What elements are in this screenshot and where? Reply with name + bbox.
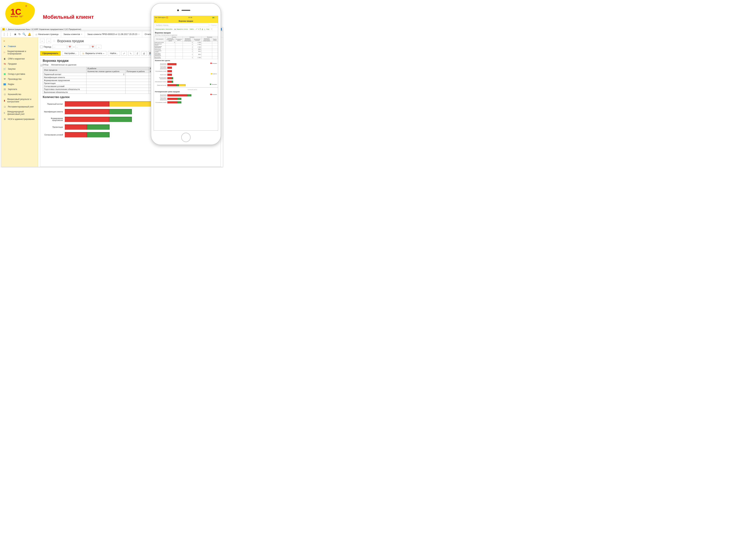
gear-icon: ✿	[3, 118, 6, 121]
phone-deals-chart: Выполнение обязательствПодготовка к выпо…	[154, 62, 218, 87]
phone-header: ‹ Воронка продаж	[154, 19, 218, 23]
phone-potential-chart: Выполнение обязательствПодготовка к выпо…	[154, 93, 218, 105]
phone-generate-button[interactable]: Сформировать	[155, 28, 165, 30]
phone-funnel-table: Этап процесса В работе Выиграно Проигран…	[154, 36, 218, 59]
sidebar: ≡ ●Главное ⚐Бюджетирование и планировани…	[1, 37, 38, 167]
table-row[interactable]: Подготовка к выполнению обязательств1884…	[154, 53, 218, 56]
generate-button[interactable]: Сформировать	[40, 51, 60, 56]
dot-icon: ●	[3, 45, 6, 48]
phone-time: 15:46	[188, 17, 192, 18]
period-to-input[interactable]	[75, 45, 89, 49]
logo-1c: 1CФИРМА "1С" ®	[5, 2, 40, 25]
collapse-toggle[interactable]: −	[155, 34, 156, 36]
variant-icon: 🗂	[174, 28, 176, 30]
phone-period-input[interactable]: Выбрать период...	[155, 24, 209, 27]
close-icon[interactable]: ×	[81, 33, 82, 35]
phone-screen: Нет SIM-карты 📶 15:46 ▮▮▯⚡ ‹ Воронка про…	[154, 16, 218, 131]
settings-button[interactable]: Настройки...	[62, 51, 79, 56]
collapse-icon[interactable]: ⤡	[198, 28, 199, 30]
close-icon[interactable]: ×	[138, 33, 139, 35]
col-count-inwork: Количество этапов сделок в работе	[86, 70, 126, 73]
sidebar-item-ifrs[interactable]: €Международный финансовый учет	[1, 109, 38, 116]
col-group-inwork: В работе	[86, 67, 149, 70]
table-row[interactable]: Квалификация клиента21 768,6	[154, 43, 218, 46]
period-checkbox[interactable]	[40, 46, 43, 48]
notifications-icon[interactable]: 🔔	[28, 32, 31, 36]
sidebar-item-sales[interactable]: 🛍Продажи	[1, 61, 38, 66]
sidebar-item-hr[interactable]: 👥Кадры	[1, 82, 38, 87]
phone-mockup: Нет SIM-карты 📶 15:46 ▮▮▯⚡ ‹ Воронка про…	[151, 3, 221, 145]
window-title: Демонстрационная база / 1С:ERP Управлени…	[8, 28, 81, 30]
apps-icon[interactable]: ⋮⋮⋮	[3, 32, 12, 36]
safe-icon: ◎	[3, 93, 6, 96]
collapse-all-button[interactable]: ⤡	[128, 51, 133, 56]
boxes-icon: ▦	[3, 73, 6, 75]
sidebar-item-warehouse[interactable]: ▦Склад и доставка	[1, 72, 38, 77]
period-from-input[interactable]	[53, 45, 67, 49]
sidebar-item-admin[interactable]: ✿НСИ и администрирование	[1, 116, 38, 122]
chevron-right-icon[interactable]: ›	[210, 24, 210, 26]
table-row[interactable]: Выполнение обязательств21 768,6	[154, 56, 218, 59]
app-icon: 1c	[2, 28, 5, 30]
phone-report-title: Воронка продаж	[154, 31, 218, 34]
phone-chart1-title: Количество сделок	[154, 59, 218, 62]
forward-button[interactable]: →	[46, 39, 51, 43]
sidebar-item-treasury[interactable]: ◎Казначейство	[1, 92, 38, 97]
period-label: Период:	[44, 46, 51, 48]
pie-icon: ◐	[3, 57, 6, 60]
variants-button[interactable]: 🗂Варианты отчета▾	[80, 51, 106, 56]
save-icon[interactable]: ⭳	[204, 28, 206, 30]
home-button[interactable]	[181, 133, 191, 142]
expand-all-button[interactable]: ⤢	[122, 51, 127, 56]
bars-icon: ▮	[3, 99, 5, 102]
sum-button[interactable]: Σ	[135, 51, 140, 56]
sidebar-item-crm[interactable]: ◐CRM и маркетинг	[1, 56, 38, 61]
sidebar-item-fin-result[interactable]: ▮Финансовый результат и контроллинг	[1, 97, 38, 104]
title-dropdown-icon[interactable]: ▾	[6, 28, 7, 30]
phone-period-label: Период:	[211, 24, 217, 26]
phone-more-button[interactable]: Еще	[206, 28, 209, 30]
back-icon[interactable]: ‹	[155, 20, 156, 22]
tab-home[interactable]: ⌂ Начальная страница	[33, 31, 61, 37]
sidebar-item-purchases[interactable]: 🛒Закупки	[1, 66, 38, 72]
col-stage: Этап процесса	[43, 67, 86, 73]
print-icon[interactable]: 🖨	[202, 28, 203, 30]
phone-find-button[interactable]: Найти...	[190, 28, 195, 30]
print-button[interactable]: 🖨	[141, 51, 147, 56]
calendar-from-button[interactable]: 📅	[68, 45, 72, 49]
phone-help-button[interactable]: ?	[211, 28, 212, 30]
find-button[interactable]: Найти...	[108, 51, 120, 56]
calendar-to-button[interactable]: 📅	[91, 45, 95, 49]
sidebar-item-production[interactable]: ⚒Производство	[1, 77, 38, 82]
period-select-button[interactable]: ...	[96, 45, 101, 49]
history-icon[interactable]: ↻	[18, 32, 21, 36]
collapse-toggle[interactable]: −	[41, 64, 42, 66]
tab-order-detail[interactable]: Заказ клиента ПР00-000015 от 11.09.2017 …	[85, 31, 142, 37]
favorite-star-icon[interactable]: ☆	[53, 39, 55, 43]
search-icon[interactable]: 🔍	[22, 32, 26, 36]
phone-chart2-title: Потенциальная сумма продажи	[154, 90, 218, 93]
sidebar-item-salary[interactable]: ▤Зарплата	[1, 87, 38, 92]
phone-settings-button[interactable]: Настройки...	[165, 28, 174, 30]
folder-icon: 🗂	[3, 105, 6, 108]
sidebar-item-budgeting[interactable]: ⚐Бюджетирование и планирование	[1, 49, 38, 56]
battery-icon: ▮▮▯⚡	[212, 17, 217, 18]
slide-title: Мобильный клиент	[43, 14, 94, 20]
home-icon: ⌂	[35, 33, 37, 36]
wifi-icon: 📶	[166, 17, 168, 18]
table-row[interactable]: Презентация1884,3	[154, 49, 218, 50]
phone-variants-button[interactable]: Варианты отчета	[177, 28, 188, 30]
table-row[interactable]: Первичный контакт221 768,6	[154, 42, 218, 43]
back-button[interactable]: ←	[40, 39, 45, 43]
expand-icon[interactable]: ⤢	[196, 28, 197, 30]
sum-icon[interactable]: Σ	[200, 28, 201, 30]
cart-icon: 🛒	[3, 68, 6, 70]
hamburger-icon[interactable]: ≡	[1, 38, 38, 44]
table-row[interactable]: Формирование предложения21 768,6	[154, 46, 218, 49]
chevron-down-icon: ▾	[103, 53, 104, 54]
sidebar-item-reg-accounting[interactable]: 🗂Регламентированный учет	[1, 104, 38, 109]
sidebar-item-main[interactable]: ●Главное	[1, 44, 38, 49]
table-row[interactable]: Согласование условий1884,3	[154, 50, 218, 53]
tab-orders[interactable]: Заказы клиентов ×	[61, 31, 85, 37]
favorite-icon[interactable]: ★	[14, 32, 17, 36]
